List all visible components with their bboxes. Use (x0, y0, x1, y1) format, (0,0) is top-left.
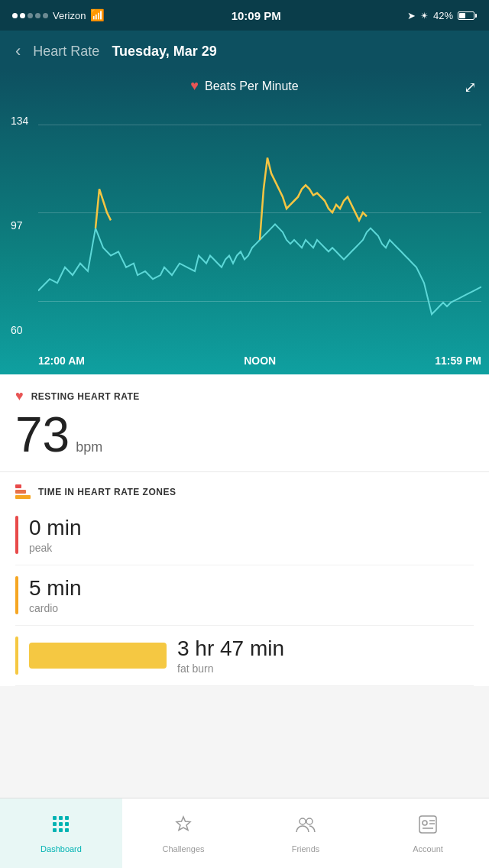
peak-text: 0 min peak (29, 516, 474, 554)
status-right: ➤ ✴ 42% (407, 10, 477, 21)
zones-title: TIME IN HEART RATE ZONES (38, 487, 176, 497)
dot-5 (43, 13, 48, 18)
fatburn-bar (29, 643, 167, 669)
svg-rect-0 (53, 816, 57, 820)
chart-x-labels: 12:00 AM NOON 11:59 PM (38, 355, 481, 367)
tab-dashboard[interactable]: Dashboard (0, 798, 122, 868)
zones-bar-large (15, 495, 31, 499)
account-icon (416, 813, 439, 841)
cardio-value: 5 min (29, 576, 474, 601)
status-left: Verizon 📶 (12, 8, 105, 22)
page-title: Tuesday, Mar 29 (112, 44, 216, 60)
resting-number: 73 (15, 410, 70, 459)
zones-bar-medium (15, 490, 26, 494)
dot-2 (20, 13, 25, 18)
resting-unit: bpm (76, 439, 102, 455)
battery-icon (458, 11, 477, 20)
svg-rect-6 (53, 828, 57, 832)
yellow-spike-2 (260, 157, 367, 240)
fatburn-indicator (15, 636, 18, 675)
svg-rect-1 (59, 816, 63, 820)
cardio-text: 5 min cardio (29, 576, 474, 614)
y-label-134: 134 (11, 115, 28, 127)
peak-value: 0 min (29, 516, 474, 540)
heart-icon: ♥ (190, 78, 199, 94)
resting-heart-rate-section: ♥ RESTING HEART RATE 73 bpm (0, 374, 489, 472)
resting-header: ♥ RESTING HEART RATE (15, 388, 474, 404)
peak-indicator (15, 516, 18, 554)
tab-friends[interactable]: Friends (244, 798, 367, 868)
zone-cardio: 5 min cardio (15, 565, 474, 626)
main-content: ♥ RESTING HEART RATE 73 bpm TIME IN HEAR… (0, 374, 489, 686)
resting-title: RESTING HEART RATE (31, 391, 140, 402)
svg-rect-2 (65, 816, 69, 820)
resting-heart-icon: ♥ (15, 388, 24, 404)
status-time: 10:09 PM (232, 9, 281, 22)
chart-svg-area (38, 111, 481, 338)
fatburn-text: 3 hr 47 min fat burn (177, 636, 474, 675)
x-label-end: 11:59 PM (435, 355, 481, 367)
status-bar: Verizon 📶 10:09 PM ➤ ✴ 42% (0, 0, 489, 31)
signal-dots (12, 13, 48, 18)
back-button[interactable]: ‹ (15, 41, 21, 61)
wifi-icon: 📶 (90, 8, 105, 22)
svg-rect-5 (65, 822, 69, 826)
heart-rate-chart[interactable]: ♥ Beats Per Minute ⤢ 134 97 60 12:00 AM … (0, 69, 489, 374)
battery-percent: 42% (433, 10, 453, 21)
friends-label: Friends (292, 844, 320, 853)
tab-challenges[interactable]: Challenges (122, 798, 244, 868)
chart-legend: ♥ Beats Per Minute (0, 69, 489, 99)
page-subtitle: Heart Rate (33, 44, 99, 60)
svg-rect-8 (65, 828, 69, 832)
page-header: ‹ Heart Rate Tuesday, Mar 29 (0, 31, 489, 69)
dot-4 (35, 13, 40, 18)
zone-peak: 0 min peak (15, 505, 474, 565)
yellow-spike-1 (96, 189, 111, 228)
zones-bar-small (15, 484, 21, 488)
dashboard-icon (50, 813, 73, 841)
heart-rate-svg (38, 111, 481, 338)
bluetooth-icon: ✴ (420, 10, 429, 21)
svg-rect-7 (59, 828, 63, 832)
cardio-label: cardio (29, 602, 474, 614)
friends-icon (294, 813, 317, 841)
challenges-label: Challenges (162, 844, 204, 853)
dot-1 (12, 13, 18, 18)
svg-point-12 (423, 821, 427, 825)
y-label-97: 97 (11, 219, 28, 232)
chart-y-labels: 134 97 60 (11, 115, 28, 336)
zone-fatburn: 3 hr 47 min fat burn (15, 626, 474, 686)
svg-rect-11 (419, 816, 436, 833)
carrier-label: Verizon (53, 10, 86, 21)
tab-account[interactable]: Account (367, 798, 489, 868)
fatburn-label: fat burn (177, 662, 474, 675)
cardio-indicator (15, 576, 18, 614)
svg-point-9 (300, 818, 306, 824)
fatburn-value: 3 hr 47 min (177, 636, 474, 661)
svg-point-10 (306, 818, 313, 824)
svg-rect-4 (59, 822, 63, 826)
dashboard-label: Dashboard (40, 844, 82, 853)
expand-icon[interactable]: ⤢ (464, 78, 477, 96)
x-label-noon: NOON (244, 355, 276, 367)
y-label-60: 60 (11, 324, 28, 336)
account-label: Account (413, 844, 443, 853)
challenges-icon (172, 813, 195, 841)
dot-3 (28, 13, 33, 18)
x-label-start: 12:00 AM (38, 355, 85, 367)
zones-header: TIME IN HEART RATE ZONES (15, 484, 474, 499)
location-icon: ➤ (407, 10, 416, 21)
zones-icon (15, 484, 31, 499)
resting-value: 73 bpm (15, 410, 474, 459)
tab-bar: Dashboard Challenges Friends (0, 798, 489, 868)
chart-legend-label: Beats Per Minute (205, 79, 299, 93)
svg-rect-3 (53, 822, 57, 826)
zones-section: TIME IN HEART RATE ZONES 0 min peak 5 mi… (0, 472, 489, 686)
peak-label: peak (29, 542, 474, 554)
